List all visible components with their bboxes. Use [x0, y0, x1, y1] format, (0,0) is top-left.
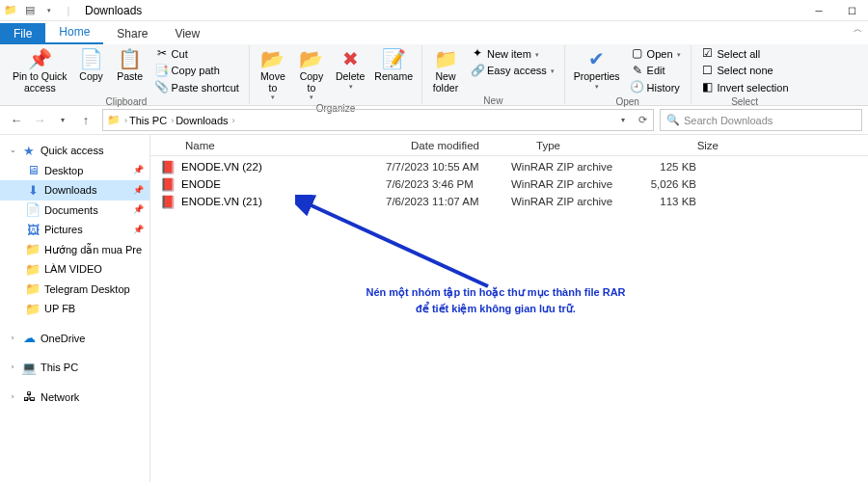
- pin-to-quick-access-button[interactable]: 📌Pin to Quick access: [8, 45, 72, 95]
- select-none-icon: ☐: [701, 64, 715, 77]
- cut-button[interactable]: ✂Cut: [152, 46, 242, 62]
- copy-path-button[interactable]: 📑Copy path: [152, 63, 242, 78]
- ribbon-minimize-icon[interactable]: ︿: [854, 23, 862, 36]
- refresh-button[interactable]: ⟳: [634, 112, 651, 129]
- pictures-icon: 🖼: [25, 222, 41, 237]
- move-icon: 📂: [261, 47, 285, 70]
- pin-icon: 📌: [133, 184, 144, 198]
- move-to-button[interactable]: 📂Move to▾: [254, 45, 292, 103]
- nav-folder-4[interactable]: 📁UP FB: [0, 299, 149, 319]
- tab-share[interactable]: Share: [103, 23, 161, 44]
- breadcrumb-this-pc[interactable]: This PC›: [129, 115, 176, 126]
- pc-icon: 💻: [21, 360, 37, 375]
- chevron-right-icon[interactable]: ›: [169, 116, 176, 125]
- tab-file[interactable]: File: [0, 23, 45, 44]
- qat-button-1[interactable]: ▤: [21, 2, 39, 19]
- cloud-icon: ☁: [21, 331, 37, 346]
- history-button[interactable]: 🕘History: [628, 80, 684, 95]
- col-size[interactable]: Size: [638, 140, 725, 151]
- up-button[interactable]: ↑: [75, 110, 96, 131]
- easy-access-button[interactable]: 🔗Easy access▾: [468, 63, 557, 78]
- ribbon-tabs: File Home Share View: [0, 21, 868, 44]
- navigation-pane: ⌄★Quick access 🖥Desktop📌 ⬇Downloads📌 📄Do…: [0, 135, 150, 482]
- invert-icon: ◧: [701, 81, 715, 94]
- paste-button[interactable]: 📋Paste: [111, 45, 149, 85]
- nav-documents[interactable]: 📄Documents📌: [0, 201, 149, 221]
- chevron-right-icon[interactable]: ›: [8, 391, 17, 403]
- minimize-button[interactable]: ─: [802, 0, 835, 21]
- edit-button[interactable]: ✎Edit: [628, 63, 684, 78]
- properties-button[interactable]: ✔Properties▾: [569, 45, 625, 92]
- path-icon: 📑: [155, 64, 169, 77]
- qat-divider: |: [60, 2, 77, 19]
- folder-icon: 📁: [25, 281, 41, 297]
- col-date[interactable]: Date modified: [405, 140, 530, 151]
- invert-selection-button[interactable]: ◧Invert selection: [698, 80, 792, 95]
- group-label-select: Select: [731, 96, 758, 108]
- group-label-open: Open: [615, 96, 638, 108]
- title-bar: 📁 ▤ ▾ | Downloads ─ ☐: [0, 0, 868, 21]
- new-item-button[interactable]: ✦New item▾: [468, 46, 557, 62]
- chevron-down-icon[interactable]: ⌄: [8, 145, 17, 156]
- shortcut-icon: 📎: [155, 81, 169, 94]
- address-bar: ← → ▾ ↑ 📁› This PC› Downloads› ▾ ⟳ 🔍 Sea…: [0, 106, 868, 135]
- file-list: 📕 ENODE.VN (22) 7/7/2023 10:55 AM WinRAR…: [150, 156, 868, 212]
- nav-pictures[interactable]: 🖼Pictures📌: [0, 220, 149, 240]
- annotation-text: Nén một nhóm tập tin hoặc thư mục thành …: [235, 284, 756, 316]
- rename-button[interactable]: 📝Rename: [369, 45, 418, 85]
- addr-dropdown-icon[interactable]: ▾: [614, 112, 632, 129]
- properties-icon: ✔: [585, 47, 609, 70]
- delete-button[interactable]: ✖Delete▾: [331, 45, 369, 92]
- copy-icon: 📄: [80, 47, 103, 70]
- easy-access-icon: 🔗: [471, 64, 484, 77]
- nav-downloads[interactable]: ⬇Downloads📌: [0, 180, 149, 201]
- copy-to-button[interactable]: 📂Copy to▾: [292, 45, 331, 103]
- maximize-button[interactable]: ☐: [835, 0, 868, 21]
- tab-view[interactable]: View: [161, 23, 213, 44]
- select-all-button[interactable]: ☑Select all: [698, 46, 792, 62]
- nav-folder-3[interactable]: 📁Telegram Desktop: [0, 280, 149, 300]
- paste-shortcut-button[interactable]: 📎Paste shortcut: [152, 80, 242, 95]
- group-label-clipboard: Clipboard: [106, 96, 148, 108]
- copy-button[interactable]: 📄Copy: [72, 45, 111, 85]
- nav-desktop[interactable]: 🖥Desktop📌: [0, 161, 149, 181]
- file-row[interactable]: 📕 ENODE 7/6/2023 3:46 PM WinRAR ZIP arch…: [150, 175, 868, 193]
- open-button[interactable]: ▢Open▾: [628, 46, 684, 62]
- chevron-right-icon[interactable]: ›: [231, 116, 237, 125]
- qat-dropdown[interactable]: ▾: [41, 2, 58, 19]
- group-label-new: New: [483, 95, 502, 107]
- nav-this-pc[interactable]: ›💻This PC: [0, 358, 149, 378]
- chevron-right-icon[interactable]: ›: [122, 116, 129, 125]
- recent-button[interactable]: ▾: [52, 110, 73, 131]
- back-button[interactable]: ←: [6, 110, 27, 131]
- network-icon: 🖧: [21, 389, 37, 405]
- nav-folder-2[interactable]: 📁LÀM VIDEO: [0, 259, 149, 280]
- chevron-right-icon[interactable]: ›: [8, 333, 17, 344]
- nav-onedrive[interactable]: ›☁OneDrive: [0, 329, 149, 349]
- search-input[interactable]: 🔍 Search Downloads: [660, 109, 862, 131]
- edit-icon: ✎: [631, 64, 644, 77]
- file-row[interactable]: 📕 ENODE.VN (21) 7/6/2023 11:07 AM WinRAR…: [150, 193, 868, 210]
- folder-icon: 📁: [2, 2, 19, 19]
- forward-button[interactable]: →: [29, 110, 50, 131]
- archive-icon: 📕: [160, 159, 176, 174]
- download-icon: ⬇: [25, 182, 41, 198]
- new-folder-button[interactable]: 📁New folder: [426, 45, 465, 95]
- col-name[interactable]: Name: [179, 140, 405, 151]
- content-area: Name Date modified Type Size 📕 ENODE.VN …: [150, 135, 868, 482]
- new-item-icon: ✦: [471, 47, 484, 61]
- tab-home[interactable]: Home: [45, 21, 103, 44]
- nav-network[interactable]: ›🖧Network: [0, 388, 149, 408]
- nav-quick-access[interactable]: ⌄★Quick access: [0, 141, 149, 161]
- pin-icon: 📌: [133, 164, 144, 177]
- select-none-button[interactable]: ☐Select none: [698, 63, 792, 78]
- file-row[interactable]: 📕 ENODE.VN (22) 7/7/2023 10:55 AM WinRAR…: [150, 158, 868, 175]
- cut-icon: ✂: [155, 47, 169, 61]
- nav-folder-1[interactable]: 📁Hướng dẫn mua Pre: [0, 240, 149, 260]
- col-type[interactable]: Type: [530, 140, 638, 151]
- column-headers: Name Date modified Type Size: [150, 135, 868, 156]
- address-box[interactable]: 📁› This PC› Downloads› ▾ ⟳: [102, 109, 654, 131]
- breadcrumb-downloads[interactable]: Downloads›: [176, 115, 236, 126]
- window-title: Downloads: [85, 4, 142, 17]
- chevron-right-icon[interactable]: ›: [8, 362, 17, 373]
